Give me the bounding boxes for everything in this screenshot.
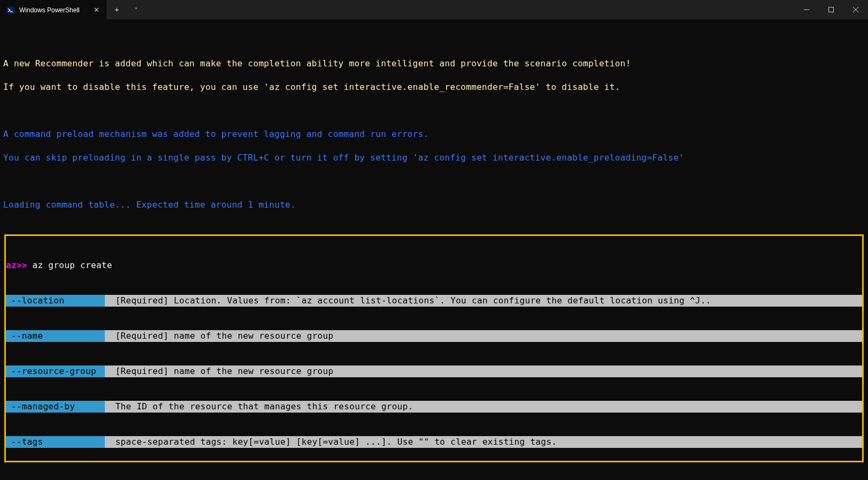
close-icon[interactable]: ✕ (92, 6, 101, 14)
suggestion-desc: [Required] Location. Values from: `az ac… (105, 295, 862, 307)
new-tab-button[interactable]: + (107, 0, 126, 19)
window-controls (794, 0, 868, 19)
titlebar: Windows PowerShell ✕ + ˅ (0, 0, 868, 19)
intro-line: You can skip preloading in a single pass… (3, 152, 865, 164)
intro-line: A new Recommender is added which can mak… (3, 58, 865, 70)
suggestion-row[interactable]: --tags space-separated tags: key[=value]… (6, 436, 862, 448)
window-close-button[interactable] (843, 0, 868, 19)
tab-title: Windows PowerShell (19, 6, 80, 14)
svg-rect-3 (829, 7, 834, 12)
suggestion-desc: space-separated tags: key[=value] [key[=… (105, 436, 862, 448)
intro-line: If you want to disable this feature, you… (3, 81, 865, 93)
minimize-button[interactable] (794, 0, 819, 19)
suggestion-row[interactable]: --name [Required] name of the new resour… (6, 330, 862, 342)
powershell-icon (6, 6, 15, 14)
suggestion-desc: [Required] name of the new resource grou… (105, 365, 862, 377)
suggestion-desc: [Required] name of the new resource grou… (105, 330, 862, 342)
suggestion-option: --tags (6, 436, 105, 448)
suggestion-option: --resource-group (6, 365, 105, 377)
suggestion-desc: The ID of the resource that manages this… (105, 401, 862, 413)
suggestion-row[interactable]: --resource-group [Required] name of the … (6, 365, 862, 377)
suggestion-row[interactable]: --managed-by The ID of the resource that… (6, 401, 862, 413)
terminal-content[interactable]: A new Recommender is added which can mak… (0, 19, 868, 480)
prompt-command[interactable]: az group create (33, 260, 112, 271)
tab-powershell[interactable]: Windows PowerShell ✕ (0, 0, 107, 19)
intro-line: A command preload mechanism was added to… (3, 128, 865, 140)
suggestion-option: --name (6, 330, 105, 342)
tabs: Windows PowerShell ✕ + ˅ (0, 0, 145, 19)
prompt-row: az>> az group create (6, 260, 862, 271)
tab-dropdown-button[interactable]: ˅ (126, 0, 145, 19)
maximize-button[interactable] (819, 0, 843, 19)
command-suggestion-box: az>> az group create --location [Require… (4, 234, 864, 462)
suggestion-row[interactable]: --location [Required] Location. Values f… (6, 295, 862, 307)
suggestion-option: --managed-by (6, 401, 105, 413)
prompt-prefix: az>> (6, 260, 27, 271)
loading-line: Loading command table... Expected time a… (3, 199, 865, 211)
suggestion-option: --location (6, 295, 105, 307)
